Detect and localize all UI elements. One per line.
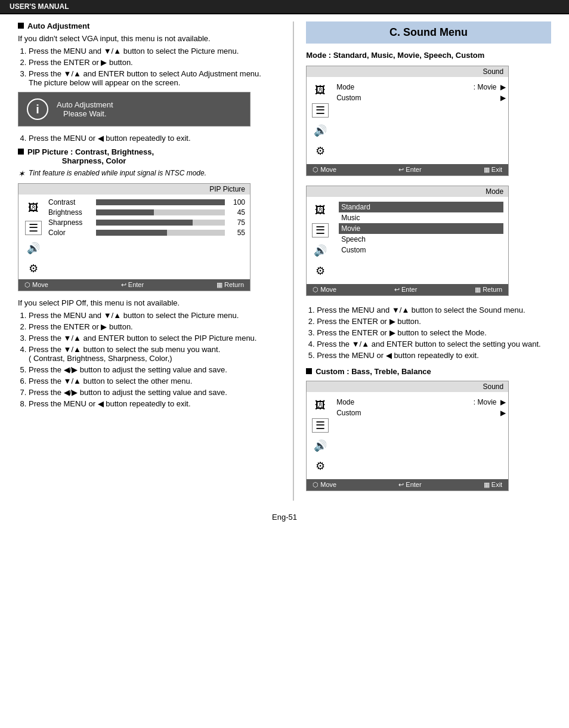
sound-custom-row: Custom ▶ bbox=[336, 92, 506, 103]
sound-menu1-footer: ⬡ Move ↩ Enter ▦ Exit bbox=[307, 164, 508, 175]
pip-picture-title: PIP Picture : Contrast, Brightness, Shar… bbox=[18, 147, 281, 165]
pip-step-5: Press the ◀/▶ button to adjust the setti… bbox=[29, 365, 281, 374]
tint-note: ✶ Tint feature is enabled while input si… bbox=[18, 169, 281, 178]
header-title: USER'S MANUAL bbox=[10, 2, 69, 11]
sound-menu2-title: Sound bbox=[307, 381, 508, 392]
pip-contrast-row: Contrast 100 bbox=[48, 198, 245, 206]
settings-icon-r3: ⚙ bbox=[312, 459, 329, 473]
pip-sharpness-row: Sharpness 75 bbox=[48, 218, 245, 227]
auto-adj-text: Auto Adjustment Please Wait. bbox=[57, 100, 113, 118]
sound-step-3: Press the ENTER or ▶ button to select th… bbox=[317, 328, 551, 337]
pip-content-col: Contrast 100 Brightness 45 bbox=[48, 198, 250, 276]
eq-icon-r2: ☰ bbox=[312, 223, 329, 237]
sound-custom-row-2: Custom ▶ bbox=[336, 408, 506, 418]
pip-color-bar bbox=[96, 230, 225, 236]
header-line bbox=[0, 13, 569, 14]
sound-icons-col-1: 🖼 ☰ 🔊 ⚙ bbox=[307, 81, 334, 161]
pip-menu-footer: ⬡ Move ↩ Enter ▦ Return bbox=[18, 279, 250, 291]
sound-step-2: Press the ENTER or ▶ button. bbox=[317, 317, 551, 326]
sound-steps: Press the MENU and ▼/▲ button to select … bbox=[306, 306, 551, 360]
step-3: Press the ▼/▲ and ENTER button to select… bbox=[29, 69, 281, 87]
picture-icon-r1: 🖼 bbox=[312, 83, 329, 97]
step-4: Press the MENU or ◀ button repeatedly to… bbox=[29, 134, 281, 143]
bullet-icon-3 bbox=[306, 368, 312, 374]
sound-menu1-body: 🖼 ☰ 🔊 ⚙ Mode : Movie ▶ Custom ▶ bbox=[307, 77, 508, 164]
pip-brightness-bar bbox=[96, 209, 225, 215]
info-icon: i bbox=[27, 98, 48, 120]
pip-menu-body: 🖼 ☰ 🔊 ⚙ Contrast 100 bbox=[18, 195, 250, 279]
bullet-icon bbox=[18, 23, 24, 29]
sound-menu2-body: 🖼 ☰ 🔊 ⚙ Mode : Movie ▶ Custom ▶ bbox=[307, 392, 508, 479]
footer-move: ⬡ Move bbox=[24, 281, 48, 289]
footer-enter: ↩ Enter bbox=[121, 281, 144, 289]
picture-icon-r2: 🖼 bbox=[312, 203, 329, 217]
mode-movie[interactable]: Movie bbox=[339, 223, 503, 234]
pip-contrast-bar bbox=[96, 199, 225, 205]
mode-standard[interactable]: Standard bbox=[339, 202, 503, 212]
pip-step-1: Press the MENU and ▼/▲ button to select … bbox=[29, 311, 281, 320]
sound-step-4: Press the ▼/▲ and ENTER button to select… bbox=[317, 340, 551, 348]
eq-icon: ☰ bbox=[25, 221, 42, 235]
step-2: Press the ENTER or ▶ button. bbox=[29, 58, 281, 67]
sound-mode-row: Mode : Movie ▶ bbox=[336, 82, 506, 92]
pip-color-row: Color 55 bbox=[48, 229, 245, 237]
auto-adjustment-steps2: Press the MENU or ◀ button repeatedly to… bbox=[18, 134, 281, 143]
mode-music[interactable]: Music bbox=[339, 212, 503, 223]
page-footer: Eng-51 bbox=[0, 501, 569, 528]
settings-icon: ⚙ bbox=[25, 261, 42, 276]
custom-label: Custom : Bass, Treble, Balance bbox=[316, 367, 431, 376]
pip-brightness-row: Brightness 45 bbox=[48, 208, 245, 217]
sound-icons-col-3: 🖼 ☰ 🔊 ⚙ bbox=[307, 396, 334, 476]
custom-title: Custom : Bass, Treble, Balance bbox=[306, 367, 551, 376]
pip-menu-title: PIP Picture bbox=[18, 184, 250, 195]
sound-menu-box-2: Sound 🖼 ☰ 🔊 ⚙ Mode : Movie ▶ Custom ▶ bbox=[306, 381, 509, 491]
mode-submenu-title: Mode bbox=[307, 186, 508, 197]
auto-adjustment-label: Auto Adjustment bbox=[27, 21, 89, 30]
page-number: Eng-51 bbox=[272, 513, 297, 522]
sound-mode-row-2: Mode : Movie ▶ bbox=[336, 397, 506, 408]
mode-submenu-body: 🖼 ☰ 🔊 ⚙ Standard Music Movie Speech Cust… bbox=[307, 197, 508, 284]
speaker-icon-r1: 🔊 bbox=[312, 124, 329, 138]
pip-picture-label: PIP Picture : Contrast, Brightness, Shar… bbox=[27, 147, 154, 165]
mode-submenu-box: Mode 🖼 ☰ 🔊 ⚙ Standard Music Movie Speech… bbox=[306, 186, 509, 296]
sound-menu1-title: Sound bbox=[307, 66, 508, 77]
eq-icon-r3: ☰ bbox=[312, 418, 329, 433]
pip-step-6: Press the ▼/▲ button to select the other… bbox=[29, 377, 281, 385]
speaker-icon-r2: 🔊 bbox=[312, 243, 329, 258]
speaker-icon-r3: 🔊 bbox=[312, 439, 329, 453]
pip-step-3: Press the ▼/▲ and ENTER button to select… bbox=[29, 334, 281, 343]
pip-step-4: Press the ▼/▲ button to select the sub m… bbox=[29, 345, 281, 363]
auto-adjustment-intro: If you didn't select VGA input, this men… bbox=[18, 34, 281, 43]
sound-menu-box-1: Sound 🖼 ☰ 🔊 ⚙ Mode : Movie ▶ Custom ▶ bbox=[306, 66, 509, 176]
mode-options-col: Standard Music Movie Speech Custom bbox=[334, 200, 508, 280]
sound-content-col-2: Mode : Movie ▶ Custom ▶ bbox=[334, 396, 508, 476]
pip-steps: Press the MENU and ▼/▲ button to select … bbox=[18, 311, 281, 408]
pip-step-8: Press the MENU or ◀ button repeatedly to… bbox=[29, 399, 281, 408]
speaker-icon: 🔊 bbox=[25, 241, 42, 255]
picture-icon-r3: 🖼 bbox=[312, 398, 329, 412]
right-column: C. Sound Menu Mode : Standard, Music, Mo… bbox=[293, 21, 551, 501]
pip-step-2: Press the ENTER or ▶ button. bbox=[29, 322, 281, 331]
settings-icon-r2: ⚙ bbox=[312, 264, 329, 278]
mode-custom[interactable]: Custom bbox=[339, 245, 503, 255]
pip-sharpness-bar bbox=[96, 220, 225, 226]
mode-speech[interactable]: Speech bbox=[339, 234, 503, 245]
pip-icons-col: 🖼 ☰ 🔊 ⚙ bbox=[18, 198, 48, 276]
settings-icon-r1: ⚙ bbox=[312, 144, 329, 158]
sound-menu-heading: C. Sound Menu bbox=[306, 21, 551, 44]
step-1: Press the MENU and ▼/▲ button to select … bbox=[29, 47, 281, 55]
auto-adjustment-steps1: Press the MENU and ▼/▲ button to select … bbox=[18, 47, 281, 87]
auto-adjustment-box: i Auto Adjustment Please Wait. bbox=[18, 92, 251, 127]
sound-content-col-1: Mode : Movie ▶ Custom ▶ bbox=[334, 81, 508, 161]
sound-menu2-footer: ⬡ Move ↩ Enter ▦ Exit bbox=[307, 479, 508, 491]
sound-step-1: Press the MENU and ▼/▲ button to select … bbox=[317, 306, 551, 314]
sound-step-5: Press the MENU or ◀ button repeatedly to… bbox=[317, 351, 551, 360]
pip-menu-box: PIP Picture 🖼 ☰ 🔊 ⚙ Contrast 100 bbox=[18, 183, 251, 291]
eq-icon-r1: ☰ bbox=[312, 103, 329, 118]
bullet-icon-2 bbox=[18, 149, 24, 155]
picture-icon: 🖼 bbox=[25, 200, 42, 215]
left-column: Auto Adjustment If you didn't select VGA… bbox=[18, 21, 293, 501]
pip-off-note: If you select PIP Off, this menu is not … bbox=[18, 298, 281, 307]
sound-icons-col-2: 🖼 ☰ 🔊 ⚙ bbox=[307, 200, 334, 280]
footer-return: ▦ Return bbox=[217, 281, 244, 289]
